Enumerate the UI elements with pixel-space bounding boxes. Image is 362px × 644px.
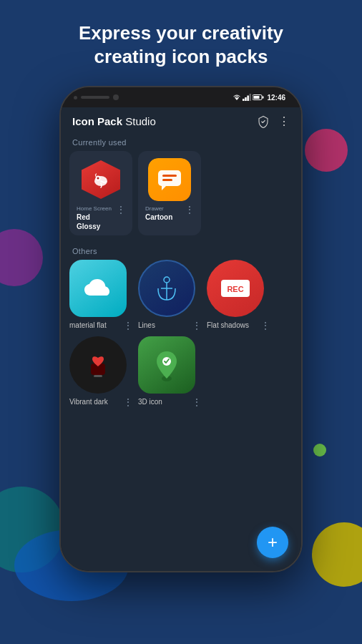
others-grid: material flat ⋮ Li (61, 260, 301, 407)
svg-rect-4 (250, 94, 252, 101)
notch-speaker (81, 96, 109, 99)
hex-red-shape (82, 160, 120, 199)
svg-rect-7 (254, 96, 260, 99)
anchor-icon (151, 273, 182, 304)
svg-rect-21 (94, 375, 102, 377)
icon-card-vibrant-dark[interactable]: Vibrant dark ⋮ (69, 336, 132, 407)
bg-decoration-purple (0, 229, 43, 286)
svg-marker-0 (235, 98, 239, 101)
phone-shell: 12:46 Icon Pack Studio ⋮ (59, 86, 303, 572)
rec-icon: REC (218, 275, 253, 301)
label-material-flat: material flat (69, 321, 107, 329)
chameleon-icon (89, 167, 113, 192)
heart-cup-icon (82, 349, 114, 381)
meta-material-flat: material flat ⋮ (69, 321, 132, 331)
svg-point-15 (164, 277, 170, 283)
phone-device: 12:46 Icon Pack Studio ⋮ (59, 86, 303, 572)
icon-img-vibrant-dark (69, 336, 127, 394)
notch-dot1 (74, 96, 77, 99)
notch-camera (113, 94, 119, 100)
icon-sublabel-red-glossy: Home Screen (77, 205, 115, 213)
svg-point-10 (97, 177, 99, 180)
icon-card-flat-shadows[interactable]: REC Flat shadows ⋮ (207, 260, 270, 331)
icon-card-meta-red-glossy: Home Screen Red Glossy ⋮ (77, 205, 125, 231)
notch-area (74, 94, 119, 100)
phone-top-bar: 12:46 (61, 87, 301, 107)
material-flat-more-btn[interactable]: ⋮ (124, 321, 132, 331)
signal-icon (243, 94, 251, 101)
battery-icon (253, 94, 264, 101)
headline-line1: Express your creativity (79, 22, 283, 44)
cartoon-more-btn[interactable]: ⋮ (184, 205, 194, 214)
svg-text:REC: REC (227, 285, 243, 293)
label-flat-shadows: Flat shadows (207, 321, 249, 329)
label-lines: Lines (138, 321, 155, 329)
app-title-regular: Studio (122, 115, 156, 127)
status-icons (233, 94, 264, 101)
vibrant-dark-more-btn[interactable]: ⋮ (124, 397, 132, 407)
icon-card-red-glossy[interactable]: Home Screen Red Glossy ⋮ (69, 151, 132, 235)
currently-used-label: Currently used (61, 134, 301, 151)
svg-rect-3 (248, 96, 250, 102)
map-pin-icon (151, 347, 182, 383)
icon-card-cartoon[interactable]: Drawer Cartoon ⋮ (138, 151, 201, 235)
app-title-bold: Icon Pack (72, 115, 122, 127)
red-glossy-more-btn[interactable]: ⋮ (115, 205, 125, 214)
meta-flat-shadows: Flat shadows ⋮ (207, 321, 270, 331)
app-bar-actions: ⋮ (257, 114, 290, 128)
cartoon-shape (148, 158, 191, 201)
icon-sublabel-cartoon: Drawer (145, 205, 184, 213)
label-vibrant-dark: Vibrant dark (69, 398, 108, 406)
icon-img-3d-icon (138, 336, 195, 394)
3d-icon-more-btn[interactable]: ⋮ (192, 397, 201, 407)
others-label: Others (61, 243, 301, 260)
shield-icon (257, 115, 270, 128)
app-bar: Icon Pack Studio ⋮ (61, 107, 301, 134)
flat-shadows-more-btn[interactable]: ⋮ (261, 321, 270, 331)
icon-card-lines[interactable]: Lines ⋮ (138, 260, 201, 331)
icon-img-red-glossy (79, 158, 122, 201)
icon-card-3d-icon[interactable]: 3D icon ⋮ (138, 336, 201, 407)
status-bar: 12:46 (233, 94, 288, 102)
icon-card-text-red-glossy: Home Screen Red Glossy (77, 205, 115, 231)
svg-rect-2 (245, 97, 248, 101)
svg-rect-6 (263, 97, 264, 99)
bg-decoration-green (313, 444, 326, 457)
app-title: Icon Pack Studio (72, 115, 156, 128)
svg-rect-1 (243, 99, 245, 101)
meta-vibrant-dark: Vibrant dark ⋮ (69, 397, 132, 407)
wifi-icon (233, 94, 241, 101)
svg-rect-13 (162, 179, 172, 181)
phone-screen: Icon Pack Studio ⋮ Currently used (61, 107, 301, 571)
fab-add-button[interactable]: + (257, 527, 288, 558)
bg-decoration-pink (305, 129, 348, 172)
meta-3d-icon: 3D icon ⋮ (138, 397, 201, 407)
meta-lines: Lines ⋮ (138, 321, 201, 331)
icon-img-cartoon (148, 158, 191, 201)
lines-more-btn[interactable]: ⋮ (192, 321, 201, 331)
icon-name-red-glossy: Red Glossy (77, 213, 115, 231)
icon-img-material-flat (69, 260, 127, 317)
svg-rect-12 (162, 175, 177, 177)
headline-line2: creating icon packs (94, 46, 268, 67)
more-options-btn[interactable]: ⋮ (278, 114, 290, 128)
speech-bubble-icon (156, 168, 183, 191)
icon-img-flat-shadows: REC (207, 260, 264, 317)
bg-decoration-yellow (312, 522, 362, 587)
headline: Express your creativity creating icon pa… (0, 0, 362, 82)
svg-marker-14 (162, 186, 166, 190)
currently-used-grid: Home Screen Red Glossy ⋮ (61, 151, 301, 235)
icon-card-text-cartoon: Drawer Cartoon (145, 205, 184, 222)
status-time: 12:46 (267, 94, 285, 102)
cloud-icon (82, 275, 114, 301)
icon-name-cartoon: Cartoon (145, 213, 184, 222)
label-3d-icon: 3D icon (138, 398, 162, 406)
shield-icon-btn[interactable] (257, 115, 270, 128)
icon-img-lines (138, 260, 195, 317)
icon-card-meta-cartoon: Drawer Cartoon ⋮ (145, 205, 194, 222)
icon-card-material-flat[interactable]: material flat ⋮ (69, 260, 132, 331)
svg-rect-11 (158, 170, 181, 186)
